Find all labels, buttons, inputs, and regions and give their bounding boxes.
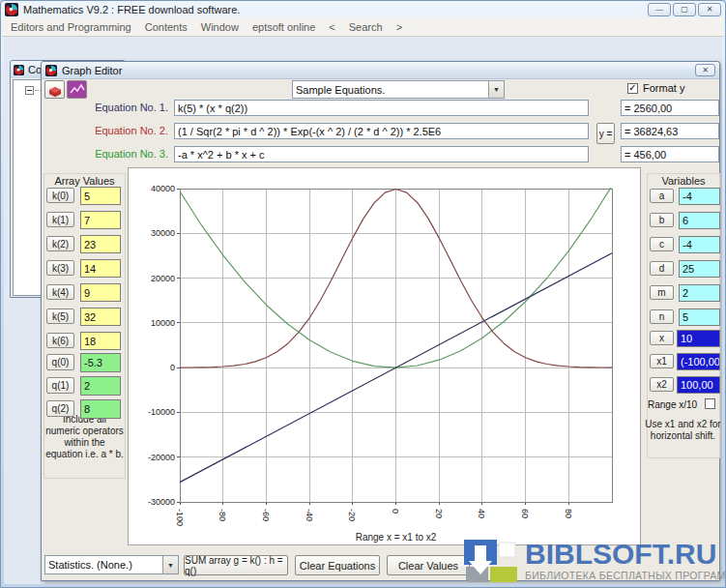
array-q-q1-button[interactable]: q(1) <box>46 377 74 394</box>
array-k-k4-button[interactable]: k(4) <box>46 284 74 300</box>
array-q-q2-value[interactable]: 8 <box>80 399 121 419</box>
variable-c-button[interactable]: c <box>650 237 674 251</box>
variable-b-button[interactable]: b <box>650 213 674 227</box>
variable-n-value[interactable]: 5 <box>679 309 720 326</box>
variable-a-value[interactable]: -4 <box>679 188 720 205</box>
menu-item-editors-and-programming[interactable]: Editors and Programming <box>4 21 138 33</box>
array-k-k2-button[interactable]: k(2) <box>46 236 74 251</box>
variable-x-button[interactable]: x <box>650 331 674 345</box>
array-q-q0-value[interactable]: -5.3 <box>80 353 121 372</box>
sample-equations-value: Sample Equations. <box>293 84 488 96</box>
chart-svg: -100-80-60-40-20020406080400003000020000… <box>129 168 640 544</box>
svg-text:20: 20 <box>434 509 444 518</box>
chart-type-button[interactable] <box>44 80 65 99</box>
variable-x2-value[interactable]: 100,00 <box>677 376 720 394</box>
equation-2-result: = 36824,63 <box>621 123 719 139</box>
chevron-down-icon[interactable]: ▼ <box>162 556 178 573</box>
svg-text:40: 40 <box>477 509 486 518</box>
close-button[interactable]: ✕ <box>698 3 721 16</box>
svg-text:0: 0 <box>391 509 400 514</box>
format-y-label: Format y <box>643 82 684 94</box>
variable-m-button[interactable]: m <box>650 285 674 300</box>
array-q-q1-value[interactable]: 2 <box>80 376 121 396</box>
variable-x2-button[interactable]: x2 <box>650 377 674 392</box>
svg-text:10000: 10000 <box>151 318 175 328</box>
watermark-subtitle: БИБЛИОТЕКА БЕСПЛАТНЫХ ПРОГРАММ <box>525 570 726 581</box>
equation-1-label: Equation No. 1. <box>55 102 168 113</box>
graph-editor-close-button[interactable]: ✕ <box>695 64 715 76</box>
screen: Mathematics V9.2 : FREE download softwar… <box>0 0 726 588</box>
array-k-k5-value[interactable]: 32 <box>80 308 121 326</box>
line-graph-icon <box>70 82 85 98</box>
array-values-title: Array Values <box>44 175 126 187</box>
array-q-q2-button[interactable]: q(2) <box>46 400 74 417</box>
line-graph-button[interactable] <box>67 80 87 99</box>
equation-1-result: = 2560,00 <box>621 100 719 116</box>
variable-x1-value[interactable]: (-100,00) <box>677 353 720 370</box>
array-k-k2-value[interactable]: 23 <box>80 235 121 253</box>
svg-text:-60: -60 <box>261 509 271 521</box>
equation-3-input[interactable]: -a * x^2 + b * x + c <box>174 146 589 162</box>
array-k-k0-value[interactable]: 5 <box>80 187 121 205</box>
chevron-down-icon[interactable]: ▼ <box>488 81 504 98</box>
array-k-k4-value[interactable]: 9 <box>80 283 121 302</box>
checkmark-icon: ✓ <box>628 83 637 93</box>
menu-item-contents[interactable]: Contents <box>138 21 194 33</box>
menu-bar: Editors and ProgrammingContentsWindowept… <box>2 18 724 37</box>
array-k-k6-button[interactable]: k(6) <box>46 333 74 348</box>
window-title: Mathematics V9.2 : FREE download softwar… <box>23 4 240 15</box>
variable-x1-button[interactable]: x1 <box>650 354 674 368</box>
watermark-text: BIBLSOFT.RU БИБЛИОТЕКА БЕСПЛАТНЫХ ПРОГРА… <box>525 540 726 581</box>
variable-a-button[interactable]: a <box>650 189 674 203</box>
array-k-k5-button[interactable]: k(5) <box>46 309 74 324</box>
svg-text:-100: -100 <box>175 509 185 526</box>
horizontal-shift-hint: Use x1 and x2 for horizontal shift. <box>645 419 721 442</box>
variable-d-button[interactable]: d <box>650 261 674 276</box>
array-k-k1-button[interactable]: k(1) <box>46 212 74 227</box>
clear-values-button[interactable]: Clear Values <box>387 555 470 575</box>
menu-item-search[interactable]: Search <box>342 21 390 33</box>
sample-equations-dropdown[interactable]: Sample Equations. ▼ <box>292 80 505 99</box>
svg-text:80: 80 <box>564 509 573 518</box>
app-icon <box>5 3 18 16</box>
maximize-button[interactable]: ▢ <box>673 3 696 16</box>
array-q-q0-button[interactable]: q(0) <box>46 354 74 370</box>
array-k-k1-value[interactable]: 7 <box>80 211 121 229</box>
menu-item->[interactable]: > <box>390 21 409 33</box>
svg-text:20000: 20000 <box>151 274 175 283</box>
menu-item-eptsoft-online[interactable]: eptsoft online <box>246 21 322 33</box>
variable-b-value[interactable]: 6 <box>679 212 720 229</box>
clear-equations-button[interactable]: Clear Equations <box>295 555 380 575</box>
array-k-k0-button[interactable]: k(0) <box>46 188 74 203</box>
equation-3-label: Equation No. 3. <box>55 148 168 160</box>
variable-x-value[interactable]: 10 <box>677 330 720 347</box>
variable-c-value[interactable]: -4 <box>679 236 720 253</box>
tree-collapse-icon[interactable] <box>25 86 34 95</box>
download-logo-icon <box>464 540 520 584</box>
variable-d-value[interactable]: 25 <box>679 260 720 278</box>
menu-item-window[interactable]: Window <box>194 21 246 33</box>
menu-item-<[interactable]: < <box>322 21 341 33</box>
client-area: Cont Graph Editor ✕ <box>4 37 722 584</box>
range-x10-checkbox[interactable]: ✓ <box>705 398 715 409</box>
pie-chart-icon <box>47 82 63 98</box>
array-k-k6-value[interactable]: 18 <box>80 332 121 350</box>
main-titlebar[interactable]: Mathematics V9.2 : FREE download softwar… <box>1 1 725 18</box>
array-k-k3-button[interactable]: k(3) <box>46 260 74 276</box>
array-k-k3-value[interactable]: 14 <box>80 259 121 278</box>
equation-2-input[interactable]: (1 / Sqr(2 * pi * d ^ 2)) * Exp(-(x ^ 2)… <box>174 123 589 139</box>
format-y-checkbox[interactable]: ✓ <box>627 83 638 94</box>
variable-n-button[interactable]: n <box>650 309 674 324</box>
equation-1-input[interactable]: k(5) * (x * q(2)) <box>174 100 589 116</box>
app-icon <box>45 65 57 76</box>
statistics-dropdown[interactable]: Statistics. (None.) ▼ <box>44 555 179 574</box>
app-icon <box>14 65 24 75</box>
svg-text:-10000: -10000 <box>148 407 175 417</box>
statistics-value: Statistics. (None.) <box>45 559 162 571</box>
graph-editor-titlebar[interactable]: Graph Editor <box>42 62 719 79</box>
y-equals-button[interactable]: y = <box>596 123 615 144</box>
variable-m-value[interactable]: 2 <box>679 284 720 302</box>
minimize-button[interactable]: — <box>648 3 671 16</box>
graph-editor-title: Graph Editor <box>62 65 122 76</box>
sum-array-button[interactable]: SUM array g = k() : h = q() <box>184 555 288 575</box>
